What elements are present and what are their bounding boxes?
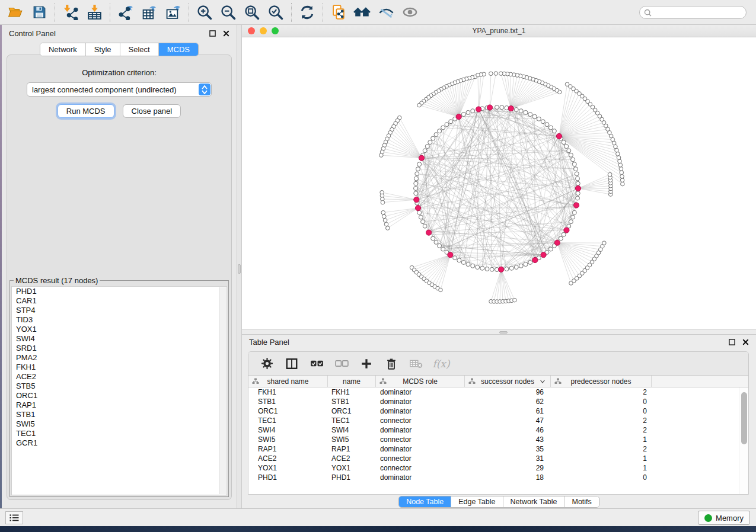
column-header-name[interactable]: name [328,376,376,387]
list-scrollbar[interactable] [219,287,226,494]
cell-successor-nodes[interactable]: 61 [465,406,551,416]
list-item[interactable]: ACE2 [12,372,227,382]
table-scrollbar[interactable] [739,387,748,494]
zoom-selected-button[interactable] [264,2,288,23]
save-session-button[interactable] [27,2,51,23]
list-item[interactable]: CAR1 [12,296,227,306]
column-header-successor-nodes[interactable]: successor nodes [465,376,551,387]
cell-mcds-role[interactable]: dominator [376,473,465,482]
cell-shared-name[interactable]: ORC1 [248,406,328,416]
show-all-button[interactable] [398,2,422,23]
zoom-out-button[interactable] [216,2,240,23]
export-table-button[interactable] [138,2,161,23]
list-item[interactable]: GCR1 [12,438,227,448]
cell-predecessor-nodes[interactable]: 0 [551,397,652,406]
cell-mcds-role[interactable]: dominator [376,425,465,435]
cell-name[interactable]: FKH1 [328,387,376,397]
list-item[interactable]: SWI4 [12,334,227,344]
list-item[interactable]: STP4 [12,306,227,315]
cell-mcds-role[interactable]: connector [376,463,465,473]
table-row[interactable]: RAP1 RAP1 dominator 35 2 [248,444,739,454]
tab-network[interactable]: Network [40,43,86,56]
cell-predecessor-nodes[interactable]: 1 [551,454,652,463]
tab-edge-table[interactable]: Edge Table [451,496,503,507]
list-item[interactable]: SRD1 [12,344,227,353]
open-file-button[interactable] [4,2,27,23]
cell-shared-name[interactable]: SWI5 [248,435,328,444]
cell-shared-name[interactable]: FKH1 [248,387,328,397]
cell-successor-nodes[interactable]: 31 [465,454,551,463]
splitter-grip[interactable] [499,331,508,334]
cell-name[interactable]: TEC1 [328,416,376,425]
vertical-splitter[interactable] [237,25,242,508]
memory-button[interactable]: Memory [698,511,750,525]
zoom-in-button[interactable] [193,2,216,23]
cell-mcds-role[interactable]: connector [376,454,465,463]
cell-shared-name[interactable]: RAP1 [248,444,328,454]
cell-predecessor-nodes[interactable]: 2 [551,387,652,397]
network-canvas[interactable] [242,37,756,329]
network-graph[interactable] [242,37,756,329]
cell-shared-name[interactable]: PHD1 [248,473,328,482]
list-item[interactable]: STB5 [12,382,227,391]
table-row[interactable]: STB1 STB1 dominator 62 0 [248,397,739,406]
cell-mcds-role[interactable]: dominator [376,397,465,406]
cell-shared-name[interactable]: ACE2 [248,454,328,463]
select-all-button[interactable] [307,354,327,373]
table-row[interactable]: TEC1 TEC1 connector 47 2 [248,416,739,425]
splitter-grip[interactable] [238,264,241,274]
cell-predecessor-nodes[interactable]: 1 [551,463,652,473]
first-neighbors-button[interactable] [350,2,374,23]
list-item[interactable]: YOX1 [12,325,227,334]
horizontal-splitter[interactable] [242,329,756,335]
list-item[interactable]: SWI5 [12,419,227,429]
cell-mcds-role[interactable]: connector [376,435,465,444]
cell-successor-nodes[interactable]: 29 [465,463,551,473]
duplicate-network-button[interactable] [327,2,350,23]
float-panel-icon[interactable] [209,30,216,37]
add-column-button[interactable] [356,354,377,373]
cell-predecessor-nodes[interactable]: 0 [551,473,652,482]
cell-name[interactable]: ACE2 [328,454,376,463]
deselect-all-button[interactable] [331,354,352,373]
cell-predecessor-nodes[interactable]: 1 [551,435,652,444]
list-item[interactable]: ORC1 [12,391,227,400]
cell-shared-name[interactable]: SWI4 [248,425,328,435]
tab-select[interactable]: Select [120,43,159,56]
close-panel-icon[interactable] [742,339,749,345]
tab-network-table[interactable]: Network Table [503,496,565,507]
list-item[interactable]: PHD1 [12,287,227,296]
export-network-button[interactable] [114,2,138,23]
table-row[interactable]: FKH1 FKH1 dominator 96 2 [248,387,739,397]
delete-column-button[interactable] [381,354,401,373]
column-header-mcds-role[interactable]: MCDS role [376,376,465,387]
cell-successor-nodes[interactable]: 62 [465,397,551,406]
table-row[interactable]: PHD1 PHD1 dominator 18 0 [248,473,739,482]
table-row[interactable]: SWI4 SWI4 dominator 46 2 [248,425,739,435]
import-network-button[interactable] [59,2,82,23]
cell-predecessor-nodes[interactable]: 0 [551,406,652,416]
cell-predecessor-nodes[interactable]: 2 [551,416,652,425]
refresh-layout-button[interactable] [295,2,319,23]
scrollbar-thumb[interactable] [741,392,747,444]
column-header-predecessor-nodes[interactable]: predecessor nodes [551,376,652,387]
delete-table-button[interactable] [406,354,426,373]
cell-name[interactable]: SWI5 [328,435,376,444]
list-item[interactable]: PMA2 [12,353,227,363]
list-item[interactable]: RAP1 [12,400,227,410]
tab-node-table[interactable]: Node Table [399,496,451,507]
cell-successor-nodes[interactable]: 96 [465,387,551,397]
hide-selected-button[interactable] [374,2,398,23]
cell-name[interactable]: RAP1 [328,444,376,454]
cell-shared-name[interactable]: YOX1 [248,463,328,473]
cell-predecessor-nodes[interactable]: 2 [551,425,652,435]
list-item[interactable]: TID3 [12,315,227,325]
zoom-fit-button[interactable] [240,2,264,23]
cell-successor-nodes[interactable]: 43 [465,435,551,444]
list-item[interactable]: FKH1 [12,363,227,372]
column-visibility-button[interactable] [282,354,302,373]
cell-shared-name[interactable]: TEC1 [248,416,328,425]
tab-motifs[interactable]: Motifs [564,496,598,507]
cell-successor-nodes[interactable]: 47 [465,416,551,425]
cell-successor-nodes[interactable]: 46 [465,425,551,435]
